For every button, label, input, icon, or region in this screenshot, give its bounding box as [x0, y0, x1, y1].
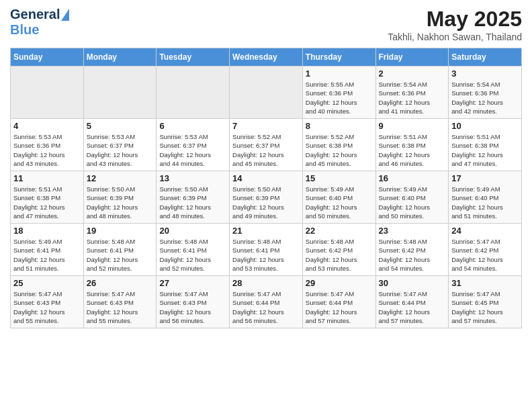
logo-blue: Blue	[10, 22, 39, 37]
day-number: 18	[13, 226, 81, 236]
day-number: 10	[451, 121, 519, 131]
day-number: 11	[13, 173, 81, 183]
day-cell: 7Sunrise: 5:52 AMSunset: 6:37 PMDaylight…	[230, 119, 303, 171]
day-cell: 19Sunrise: 5:48 AMSunset: 6:41 PMDayligh…	[83, 224, 157, 276]
day-info: Sunrise: 5:49 AMSunset: 6:40 PMDaylight:…	[451, 185, 519, 220]
day-info: Sunrise: 5:47 AMSunset: 6:44 PMDaylight:…	[232, 289, 300, 325]
day-cell: 5Sunrise: 5:53 AMSunset: 6:37 PMDaylight…	[83, 119, 157, 171]
day-number: 24	[451, 226, 519, 236]
day-info: Sunrise: 5:52 AMSunset: 6:38 PMDaylight:…	[306, 132, 373, 168]
day-number: 9	[379, 121, 446, 131]
day-cell: 20Sunrise: 5:48 AMSunset: 6:41 PMDayligh…	[157, 224, 230, 276]
day-cell: 4Sunrise: 5:53 AMSunset: 6:36 PMDaylight…	[11, 119, 84, 171]
day-cell: 2Sunrise: 5:54 AMSunset: 6:36 PMDaylight…	[375, 66, 449, 119]
week-row-3: 11Sunrise: 5:51 AMSunset: 6:38 PMDayligh…	[11, 171, 522, 224]
day-cell: 21Sunrise: 5:48 AMSunset: 6:41 PMDayligh…	[230, 224, 303, 276]
day-info: Sunrise: 5:49 AMSunset: 6:41 PMDaylight:…	[13, 237, 81, 273]
day-info: Sunrise: 5:55 AMSunset: 6:36 PMDaylight:…	[306, 80, 373, 116]
title-section: May 2025 Takhli, Nakhon Sawan, Thailand	[388, 7, 522, 42]
week-row-4: 18Sunrise: 5:49 AMSunset: 6:41 PMDayligh…	[11, 224, 522, 276]
day-cell	[11, 66, 84, 119]
day-number: 1	[306, 68, 373, 79]
calendar-table: SundayMondayTuesdayWednesdayThursdayFrid…	[10, 48, 522, 328]
day-number: 29	[306, 278, 373, 288]
day-number: 16	[379, 173, 446, 183]
day-number: 26	[87, 278, 154, 288]
day-number: 4	[13, 121, 81, 131]
day-number: 8	[306, 121, 373, 131]
col-header-wednesday: Wednesday	[230, 48, 303, 66]
day-cell: 14Sunrise: 5:50 AMSunset: 6:39 PMDayligh…	[230, 171, 303, 224]
day-number: 19	[87, 226, 154, 236]
day-cell: 6Sunrise: 5:53 AMSunset: 6:37 PMDaylight…	[157, 119, 230, 171]
day-cell: 26Sunrise: 5:47 AMSunset: 6:43 PMDayligh…	[83, 276, 157, 328]
day-info: Sunrise: 5:51 AMSunset: 6:38 PMDaylight:…	[379, 132, 446, 168]
week-row-1: 1Sunrise: 5:55 AMSunset: 6:36 PMDaylight…	[11, 66, 522, 119]
day-info: Sunrise: 5:48 AMSunset: 6:42 PMDaylight:…	[379, 237, 446, 273]
day-cell	[157, 66, 230, 119]
week-row-2: 4Sunrise: 5:53 AMSunset: 6:36 PMDaylight…	[11, 119, 522, 171]
day-number: 27	[159, 278, 226, 288]
day-cell: 27Sunrise: 5:47 AMSunset: 6:43 PMDayligh…	[157, 276, 230, 328]
day-cell	[83, 66, 157, 119]
month-title: May 2025	[388, 7, 522, 32]
day-cell: 29Sunrise: 5:47 AMSunset: 6:44 PMDayligh…	[302, 276, 375, 328]
location-title: Takhli, Nakhon Sawan, Thailand	[388, 32, 522, 42]
day-number: 12	[87, 173, 154, 183]
day-cell: 3Sunrise: 5:54 AMSunset: 6:36 PMDaylight…	[449, 66, 522, 119]
day-info: Sunrise: 5:53 AMSunset: 6:36 PMDaylight:…	[13, 132, 81, 168]
day-number: 6	[159, 121, 226, 131]
day-info: Sunrise: 5:51 AMSunset: 6:38 PMDaylight:…	[13, 185, 81, 220]
logo-triangle-icon	[61, 9, 69, 21]
day-info: Sunrise: 5:47 AMSunset: 6:45 PMDaylight:…	[451, 289, 519, 325]
day-cell: 18Sunrise: 5:49 AMSunset: 6:41 PMDayligh…	[11, 224, 84, 276]
day-number: 23	[379, 226, 446, 236]
day-info: Sunrise: 5:50 AMSunset: 6:39 PMDaylight:…	[159, 185, 226, 220]
day-cell: 9Sunrise: 5:51 AMSunset: 6:38 PMDaylight…	[375, 119, 449, 171]
day-info: Sunrise: 5:50 AMSunset: 6:39 PMDaylight:…	[87, 185, 154, 220]
day-info: Sunrise: 5:47 AMSunset: 6:43 PMDaylight:…	[87, 289, 154, 325]
col-header-sunday: Sunday	[11, 48, 84, 66]
day-cell: 23Sunrise: 5:48 AMSunset: 6:42 PMDayligh…	[375, 224, 449, 276]
day-number: 30	[379, 278, 446, 288]
day-info: Sunrise: 5:47 AMSunset: 6:43 PMDaylight:…	[159, 289, 226, 325]
header-row: SundayMondayTuesdayWednesdayThursdayFrid…	[11, 48, 522, 66]
page-container: General Blue May 2025 Takhli, Nakhon Saw…	[0, 0, 532, 335]
day-info: Sunrise: 5:54 AMSunset: 6:36 PMDaylight:…	[451, 80, 519, 116]
day-info: Sunrise: 5:49 AMSunset: 6:40 PMDaylight:…	[306, 185, 373, 220]
day-info: Sunrise: 5:52 AMSunset: 6:37 PMDaylight:…	[232, 132, 300, 168]
day-number: 17	[451, 173, 519, 183]
day-info: Sunrise: 5:49 AMSunset: 6:40 PMDaylight:…	[379, 185, 446, 220]
day-number: 25	[13, 278, 81, 288]
day-number: 14	[232, 173, 300, 183]
week-row-5: 25Sunrise: 5:47 AMSunset: 6:43 PMDayligh…	[11, 276, 522, 328]
day-cell: 31Sunrise: 5:47 AMSunset: 6:45 PMDayligh…	[449, 276, 522, 328]
day-number: 13	[159, 173, 226, 183]
day-cell: 10Sunrise: 5:51 AMSunset: 6:38 PMDayligh…	[449, 119, 522, 171]
day-info: Sunrise: 5:47 AMSunset: 6:44 PMDaylight:…	[379, 289, 446, 325]
day-cell: 11Sunrise: 5:51 AMSunset: 6:38 PMDayligh…	[11, 171, 84, 224]
day-number: 3	[451, 68, 519, 79]
day-cell: 17Sunrise: 5:49 AMSunset: 6:40 PMDayligh…	[449, 171, 522, 224]
day-cell: 8Sunrise: 5:52 AMSunset: 6:38 PMDaylight…	[302, 119, 375, 171]
day-info: Sunrise: 5:53 AMSunset: 6:37 PMDaylight:…	[159, 132, 226, 168]
col-header-friday: Friday	[375, 48, 449, 66]
day-info: Sunrise: 5:51 AMSunset: 6:38 PMDaylight:…	[451, 132, 519, 168]
day-info: Sunrise: 5:47 AMSunset: 6:42 PMDaylight:…	[451, 237, 519, 273]
day-number: 2	[379, 68, 446, 79]
day-number: 5	[87, 121, 154, 131]
day-cell: 25Sunrise: 5:47 AMSunset: 6:43 PMDayligh…	[11, 276, 84, 328]
day-number: 15	[306, 173, 373, 183]
day-info: Sunrise: 5:54 AMSunset: 6:36 PMDaylight:…	[379, 80, 446, 116]
col-header-thursday: Thursday	[302, 48, 375, 66]
col-header-monday: Monday	[83, 48, 157, 66]
day-info: Sunrise: 5:50 AMSunset: 6:39 PMDaylight:…	[232, 185, 300, 220]
logo-general: General	[10, 7, 60, 22]
logo-line1: General	[10, 7, 69, 22]
day-number: 20	[159, 226, 226, 236]
day-info: Sunrise: 5:48 AMSunset: 6:41 PMDaylight:…	[87, 237, 154, 273]
day-number: 22	[306, 226, 373, 236]
col-header-tuesday: Tuesday	[157, 48, 230, 66]
day-number: 31	[451, 278, 519, 288]
day-cell: 13Sunrise: 5:50 AMSunset: 6:39 PMDayligh…	[157, 171, 230, 224]
